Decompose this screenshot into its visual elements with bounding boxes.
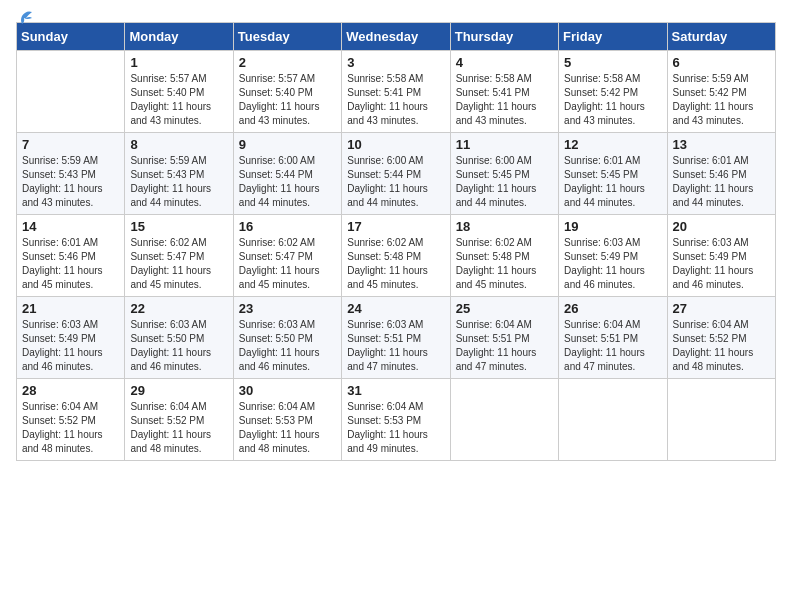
day-info: Sunrise: 6:03 AM Sunset: 5:50 PM Dayligh… [239, 318, 336, 374]
calendar-cell: 8Sunrise: 5:59 AM Sunset: 5:43 PM Daylig… [125, 133, 233, 215]
calendar-cell: 28Sunrise: 6:04 AM Sunset: 5:52 PM Dayli… [17, 379, 125, 461]
calendar-cell: 3Sunrise: 5:58 AM Sunset: 5:41 PM Daylig… [342, 51, 450, 133]
calendar-cell: 30Sunrise: 6:04 AM Sunset: 5:53 PM Dayli… [233, 379, 341, 461]
day-info: Sunrise: 5:58 AM Sunset: 5:42 PM Dayligh… [564, 72, 661, 128]
calendar-cell: 21Sunrise: 6:03 AM Sunset: 5:49 PM Dayli… [17, 297, 125, 379]
day-number: 6 [673, 55, 770, 70]
calendar-cell: 11Sunrise: 6:00 AM Sunset: 5:45 PM Dayli… [450, 133, 558, 215]
day-info: Sunrise: 5:59 AM Sunset: 5:42 PM Dayligh… [673, 72, 770, 128]
day-info: Sunrise: 6:02 AM Sunset: 5:47 PM Dayligh… [239, 236, 336, 292]
calendar-cell [667, 379, 775, 461]
calendar-cell [17, 51, 125, 133]
calendar-cell [559, 379, 667, 461]
day-info: Sunrise: 6:00 AM Sunset: 5:44 PM Dayligh… [347, 154, 444, 210]
day-info: Sunrise: 5:59 AM Sunset: 5:43 PM Dayligh… [130, 154, 227, 210]
calendar-cell: 31Sunrise: 6:04 AM Sunset: 5:53 PM Dayli… [342, 379, 450, 461]
day-number: 13 [673, 137, 770, 152]
day-number: 15 [130, 219, 227, 234]
day-number: 17 [347, 219, 444, 234]
day-info: Sunrise: 6:04 AM Sunset: 5:51 PM Dayligh… [564, 318, 661, 374]
week-row-5: 28Sunrise: 6:04 AM Sunset: 5:52 PM Dayli… [17, 379, 776, 461]
day-info: Sunrise: 6:03 AM Sunset: 5:50 PM Dayligh… [130, 318, 227, 374]
day-info: Sunrise: 6:04 AM Sunset: 5:52 PM Dayligh… [130, 400, 227, 456]
day-number: 16 [239, 219, 336, 234]
day-number: 26 [564, 301, 661, 316]
week-row-2: 7Sunrise: 5:59 AM Sunset: 5:43 PM Daylig… [17, 133, 776, 215]
weekday-header-monday: Monday [125, 23, 233, 51]
calendar-cell: 14Sunrise: 6:01 AM Sunset: 5:46 PM Dayli… [17, 215, 125, 297]
day-info: Sunrise: 6:01 AM Sunset: 5:46 PM Dayligh… [22, 236, 119, 292]
day-info: Sunrise: 6:00 AM Sunset: 5:44 PM Dayligh… [239, 154, 336, 210]
day-info: Sunrise: 6:00 AM Sunset: 5:45 PM Dayligh… [456, 154, 553, 210]
calendar-cell: 9Sunrise: 6:00 AM Sunset: 5:44 PM Daylig… [233, 133, 341, 215]
day-info: Sunrise: 6:03 AM Sunset: 5:49 PM Dayligh… [673, 236, 770, 292]
calendar-cell: 7Sunrise: 5:59 AM Sunset: 5:43 PM Daylig… [17, 133, 125, 215]
calendar-cell: 15Sunrise: 6:02 AM Sunset: 5:47 PM Dayli… [125, 215, 233, 297]
weekday-header-tuesday: Tuesday [233, 23, 341, 51]
day-number: 22 [130, 301, 227, 316]
day-number: 2 [239, 55, 336, 70]
calendar-cell: 27Sunrise: 6:04 AM Sunset: 5:52 PM Dayli… [667, 297, 775, 379]
day-number: 11 [456, 137, 553, 152]
week-row-4: 21Sunrise: 6:03 AM Sunset: 5:49 PM Dayli… [17, 297, 776, 379]
day-info: Sunrise: 6:03 AM Sunset: 5:49 PM Dayligh… [22, 318, 119, 374]
calendar-cell: 10Sunrise: 6:00 AM Sunset: 5:44 PM Dayli… [342, 133, 450, 215]
day-number: 19 [564, 219, 661, 234]
day-info: Sunrise: 6:03 AM Sunset: 5:51 PM Dayligh… [347, 318, 444, 374]
day-number: 12 [564, 137, 661, 152]
day-number: 14 [22, 219, 119, 234]
day-info: Sunrise: 5:57 AM Sunset: 5:40 PM Dayligh… [239, 72, 336, 128]
calendar-cell: 22Sunrise: 6:03 AM Sunset: 5:50 PM Dayli… [125, 297, 233, 379]
day-number: 18 [456, 219, 553, 234]
calendar-cell [450, 379, 558, 461]
calendar-cell: 19Sunrise: 6:03 AM Sunset: 5:49 PM Dayli… [559, 215, 667, 297]
weekday-header-row: SundayMondayTuesdayWednesdayThursdayFrid… [17, 23, 776, 51]
day-number: 4 [456, 55, 553, 70]
calendar-cell: 2Sunrise: 5:57 AM Sunset: 5:40 PM Daylig… [233, 51, 341, 133]
calendar-cell: 24Sunrise: 6:03 AM Sunset: 5:51 PM Dayli… [342, 297, 450, 379]
weekday-header-saturday: Saturday [667, 23, 775, 51]
day-number: 31 [347, 383, 444, 398]
day-number: 10 [347, 137, 444, 152]
day-number: 23 [239, 301, 336, 316]
day-info: Sunrise: 6:01 AM Sunset: 5:45 PM Dayligh… [564, 154, 661, 210]
calendar-cell: 25Sunrise: 6:04 AM Sunset: 5:51 PM Dayli… [450, 297, 558, 379]
day-number: 9 [239, 137, 336, 152]
calendar-cell: 20Sunrise: 6:03 AM Sunset: 5:49 PM Dayli… [667, 215, 775, 297]
day-info: Sunrise: 5:59 AM Sunset: 5:43 PM Dayligh… [22, 154, 119, 210]
day-info: Sunrise: 5:58 AM Sunset: 5:41 PM Dayligh… [347, 72, 444, 128]
calendar-cell: 6Sunrise: 5:59 AM Sunset: 5:42 PM Daylig… [667, 51, 775, 133]
weekday-header-thursday: Thursday [450, 23, 558, 51]
day-number: 27 [673, 301, 770, 316]
day-info: Sunrise: 6:02 AM Sunset: 5:48 PM Dayligh… [347, 236, 444, 292]
day-number: 24 [347, 301, 444, 316]
day-number: 1 [130, 55, 227, 70]
day-number: 30 [239, 383, 336, 398]
calendar-cell: 17Sunrise: 6:02 AM Sunset: 5:48 PM Dayli… [342, 215, 450, 297]
calendar-cell: 12Sunrise: 6:01 AM Sunset: 5:45 PM Dayli… [559, 133, 667, 215]
day-info: Sunrise: 6:03 AM Sunset: 5:49 PM Dayligh… [564, 236, 661, 292]
day-info: Sunrise: 6:04 AM Sunset: 5:53 PM Dayligh… [239, 400, 336, 456]
day-info: Sunrise: 6:02 AM Sunset: 5:47 PM Dayligh… [130, 236, 227, 292]
calendar-table: SundayMondayTuesdayWednesdayThursdayFrid… [16, 22, 776, 461]
calendar-cell: 16Sunrise: 6:02 AM Sunset: 5:47 PM Dayli… [233, 215, 341, 297]
day-number: 29 [130, 383, 227, 398]
calendar-cell: 29Sunrise: 6:04 AM Sunset: 5:52 PM Dayli… [125, 379, 233, 461]
day-number: 8 [130, 137, 227, 152]
week-row-1: 1Sunrise: 5:57 AM Sunset: 5:40 PM Daylig… [17, 51, 776, 133]
day-info: Sunrise: 6:04 AM Sunset: 5:51 PM Dayligh… [456, 318, 553, 374]
day-number: 3 [347, 55, 444, 70]
day-number: 25 [456, 301, 553, 316]
day-number: 7 [22, 137, 119, 152]
weekday-header-wednesday: Wednesday [342, 23, 450, 51]
day-info: Sunrise: 6:01 AM Sunset: 5:46 PM Dayligh… [673, 154, 770, 210]
calendar-cell: 4Sunrise: 5:58 AM Sunset: 5:41 PM Daylig… [450, 51, 558, 133]
day-number: 28 [22, 383, 119, 398]
day-number: 21 [22, 301, 119, 316]
day-number: 20 [673, 219, 770, 234]
day-info: Sunrise: 6:04 AM Sunset: 5:52 PM Dayligh… [673, 318, 770, 374]
calendar-cell: 23Sunrise: 6:03 AM Sunset: 5:50 PM Dayli… [233, 297, 341, 379]
calendar-cell: 26Sunrise: 6:04 AM Sunset: 5:51 PM Dayli… [559, 297, 667, 379]
calendar-cell: 1Sunrise: 5:57 AM Sunset: 5:40 PM Daylig… [125, 51, 233, 133]
day-info: Sunrise: 6:02 AM Sunset: 5:48 PM Dayligh… [456, 236, 553, 292]
